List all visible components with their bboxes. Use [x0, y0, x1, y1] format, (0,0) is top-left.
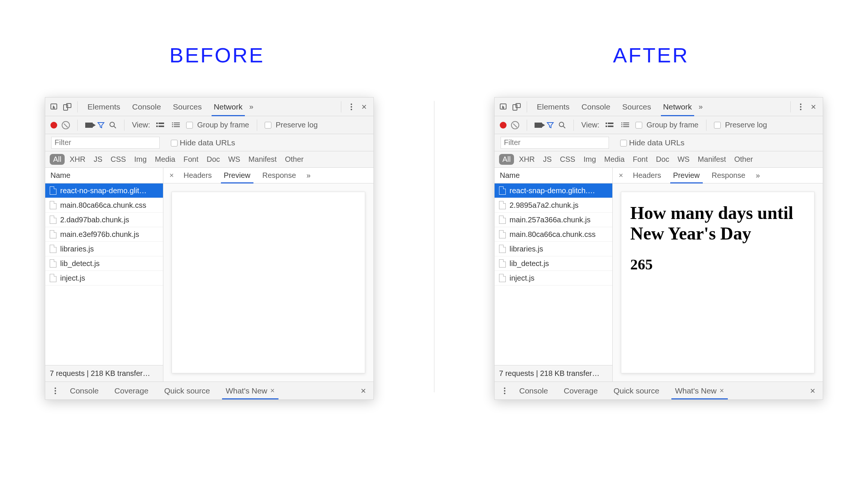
type-filter-css[interactable]: CSS: [557, 154, 579, 165]
drawer-tab-what-s-new[interactable]: What's New ×: [668, 382, 731, 399]
type-filter-doc[interactable]: Doc: [653, 154, 673, 165]
request-row[interactable]: react-snap-demo.glitch.…: [495, 183, 612, 198]
type-filter-ws[interactable]: WS: [225, 154, 243, 165]
tab-elements[interactable]: Elements: [532, 98, 575, 116]
request-row[interactable]: main.80ca66ca.chunk.css: [45, 198, 163, 213]
drawer-tab-what-s-new[interactable]: What's New ×: [219, 382, 281, 399]
type-filter-media[interactable]: Media: [151, 154, 178, 165]
tab-sources[interactable]: Sources: [617, 98, 656, 116]
large-rows-icon[interactable]: [604, 120, 615, 131]
tab-console[interactable]: Console: [576, 98, 616, 116]
group-by-frame-checkbox[interactable]: [635, 122, 642, 129]
record-icon[interactable]: [50, 122, 57, 129]
type-filter-other[interactable]: Other: [281, 154, 307, 165]
name-column-header[interactable]: Name: [495, 168, 612, 183]
request-row[interactable]: 2.9895a7a2.chunk.js: [495, 198, 612, 213]
record-icon[interactable]: [500, 122, 507, 129]
small-rows-icon[interactable]: [170, 120, 182, 131]
search-icon[interactable]: [558, 121, 566, 129]
drawer-menu-icon[interactable]: [499, 385, 510, 396]
drawer-tab-coverage[interactable]: Coverage: [557, 382, 604, 399]
large-rows-icon[interactable]: [155, 120, 166, 131]
detail-tab-headers[interactable]: Headers: [628, 168, 667, 183]
close-drawer-tab-icon[interactable]: ×: [720, 386, 724, 395]
tab-network[interactable]: Network: [209, 98, 248, 116]
request-row[interactable]: main.e3ef976b.chunk.js: [45, 227, 163, 242]
filter-toggle-icon[interactable]: [97, 121, 105, 129]
type-filter-js[interactable]: JS: [90, 154, 105, 165]
close-detail-icon[interactable]: ×: [616, 171, 626, 180]
type-filter-manifest[interactable]: Manifest: [695, 154, 730, 165]
detail-tab-response[interactable]: Response: [257, 168, 301, 183]
detail-tab-preview[interactable]: Preview: [668, 168, 705, 183]
detail-tab-response[interactable]: Response: [707, 168, 751, 183]
more-tabs-icon[interactable]: »: [249, 102, 253, 111]
detail-tab-preview[interactable]: Preview: [219, 168, 256, 183]
drawer-tab-console[interactable]: Console: [63, 382, 105, 399]
type-filter-img[interactable]: Img: [131, 154, 150, 165]
tab-elements[interactable]: Elements: [82, 98, 126, 116]
request-row[interactable]: 2.dad97bab.chunk.js: [45, 213, 163, 227]
group-by-frame-checkbox[interactable]: [186, 122, 193, 129]
request-row[interactable]: main.257a366a.chunk.js: [495, 213, 612, 227]
type-filter-doc[interactable]: Doc: [203, 154, 224, 165]
type-filter-all[interactable]: All: [50, 154, 65, 165]
device-toggle-icon[interactable]: [62, 101, 73, 112]
drawer-tab-quick-source[interactable]: Quick source: [607, 382, 666, 399]
search-icon[interactable]: [109, 121, 117, 129]
request-row[interactable]: inject.js: [45, 271, 163, 285]
type-filter-other[interactable]: Other: [731, 154, 756, 165]
close-devtools-icon[interactable]: ×: [808, 101, 819, 112]
detail-tab-headers[interactable]: Headers: [178, 168, 217, 183]
close-detail-icon[interactable]: ×: [166, 171, 177, 180]
more-detail-tabs-icon[interactable]: »: [752, 171, 764, 180]
hide-data-urls-checkbox[interactable]: [171, 140, 178, 146]
request-row[interactable]: react-no-snap-demo.glit…: [45, 183, 163, 198]
type-filter-xhr[interactable]: XHR: [515, 154, 538, 165]
hide-data-urls-checkbox[interactable]: [620, 140, 627, 146]
drawer-menu-icon[interactable]: [50, 385, 61, 396]
more-tabs-icon[interactable]: »: [699, 102, 703, 111]
screenshot-icon[interactable]: [85, 123, 93, 128]
filter-toggle-icon[interactable]: [547, 121, 554, 129]
request-row[interactable]: lib_detect.js: [495, 256, 612, 271]
type-filter-js[interactable]: JS: [539, 154, 555, 165]
request-row[interactable]: lib_detect.js: [45, 256, 163, 271]
type-filter-ws[interactable]: WS: [674, 154, 693, 165]
request-row[interactable]: inject.js: [495, 271, 612, 285]
tab-network[interactable]: Network: [658, 98, 697, 116]
type-filter-all[interactable]: All: [499, 154, 514, 165]
drawer-tab-coverage[interactable]: Coverage: [108, 382, 155, 399]
name-column-header[interactable]: Name: [45, 168, 163, 183]
request-row[interactable]: main.80ca66ca.chunk.css: [495, 227, 612, 242]
clear-icon[interactable]: [62, 121, 70, 129]
type-filter-img[interactable]: Img: [580, 154, 599, 165]
type-filter-manifest[interactable]: Manifest: [245, 154, 280, 165]
small-rows-icon[interactable]: [620, 120, 631, 131]
type-filter-css[interactable]: CSS: [107, 154, 129, 165]
drawer-tab-quick-source[interactable]: Quick source: [157, 382, 217, 399]
inspect-icon[interactable]: [49, 101, 60, 112]
drawer-tab-console[interactable]: Console: [513, 382, 555, 399]
inspect-icon[interactable]: [498, 101, 510, 112]
kebab-menu-icon[interactable]: [346, 101, 357, 112]
device-toggle-icon[interactable]: [511, 101, 522, 112]
tab-sources[interactable]: Sources: [168, 98, 207, 116]
preserve-log-checkbox[interactable]: [265, 122, 271, 129]
filter-input[interactable]: [51, 137, 160, 149]
request-row[interactable]: libraries.js: [45, 242, 163, 256]
filter-input[interactable]: [501, 137, 609, 149]
type-filter-media[interactable]: Media: [601, 154, 628, 165]
close-drawer-icon[interactable]: ×: [807, 385, 818, 396]
type-filter-font[interactable]: Font: [630, 154, 651, 165]
screenshot-icon[interactable]: [535, 123, 542, 128]
clear-icon[interactable]: [511, 121, 519, 129]
kebab-menu-icon[interactable]: [795, 101, 806, 112]
preserve-log-checkbox[interactable]: [714, 122, 721, 129]
more-detail-tabs-icon[interactable]: »: [303, 171, 314, 180]
close-devtools-icon[interactable]: ×: [358, 101, 370, 112]
tab-console[interactable]: Console: [127, 98, 166, 116]
type-filter-xhr[interactable]: XHR: [66, 154, 89, 165]
close-drawer-tab-icon[interactable]: ×: [270, 386, 275, 395]
request-row[interactable]: libraries.js: [495, 242, 612, 256]
